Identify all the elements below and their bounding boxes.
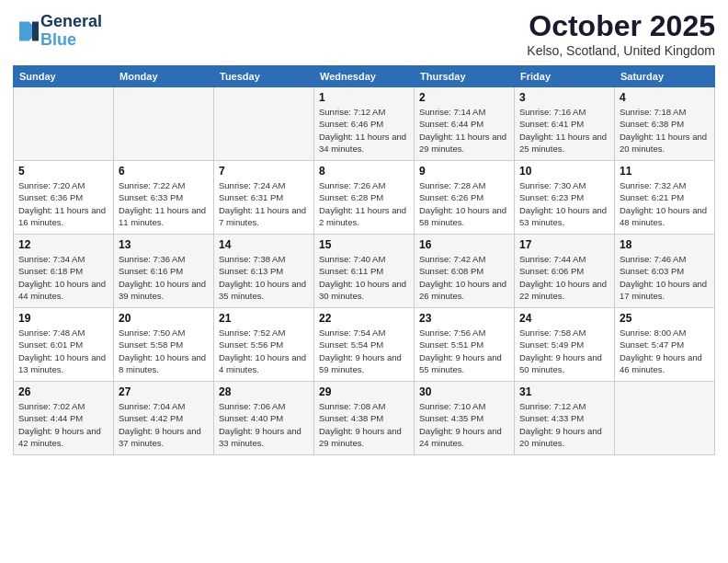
logo-line1: General — [40, 13, 102, 31]
day-info: Sunrise: 7:42 AM Sunset: 6:08 PM Dayligh… — [419, 253, 509, 302]
day-info: Sunrise: 7:30 AM Sunset: 6:23 PM Dayligh… — [519, 179, 609, 228]
day-number: 14 — [219, 238, 309, 251]
day-info: Sunrise: 7:50 AM Sunset: 5:58 PM Dayligh… — [119, 327, 209, 375]
cell-w2-d5: 9Sunrise: 7:28 AM Sunset: 6:26 PM Daylig… — [415, 161, 515, 235]
day-number: 1 — [319, 91, 409, 104]
cell-w3-d7: 18Sunrise: 7:46 AM Sunset: 6:03 PM Dayli… — [615, 235, 715, 308]
day-info: Sunrise: 7:32 AM Sunset: 6:21 PM Dayligh… — [620, 179, 710, 228]
cell-w4-d2: 20Sunrise: 7:50 AM Sunset: 5:58 PM Dayli… — [114, 308, 214, 382]
cell-w1-d7: 4Sunrise: 7:18 AM Sunset: 6:38 PM Daylig… — [615, 87, 715, 161]
day-info: Sunrise: 7:20 AM Sunset: 6:36 PM Dayligh… — [18, 179, 108, 228]
logo-line2: Blue — [40, 31, 102, 50]
day-info: Sunrise: 7:04 AM Sunset: 4:42 PM Dayligh… — [119, 400, 209, 449]
cell-w5-d1: 26Sunrise: 7:02 AM Sunset: 4:44 PM Dayli… — [14, 382, 114, 455]
cell-w5-d6: 31Sunrise: 7:12 AM Sunset: 4:33 PM Dayli… — [515, 382, 615, 455]
day-number: 2 — [419, 91, 509, 104]
day-info: Sunrise: 7:48 AM Sunset: 6:01 PM Dayligh… — [18, 327, 108, 375]
day-info: Sunrise: 7:52 AM Sunset: 5:56 PM Dayligh… — [219, 327, 309, 375]
day-info: Sunrise: 7:02 AM Sunset: 4:44 PM Dayligh… — [18, 400, 108, 449]
cell-w3-d2: 13Sunrise: 7:36 AM Sunset: 6:16 PM Dayli… — [114, 235, 214, 308]
day-number: 30 — [419, 385, 509, 398]
day-number: 20 — [119, 312, 209, 325]
day-number: 31 — [519, 385, 609, 398]
cell-w1-d1 — [14, 87, 114, 161]
cell-w3-d5: 16Sunrise: 7:42 AM Sunset: 6:08 PM Dayli… — [415, 235, 515, 308]
day-number: 22 — [319, 312, 409, 325]
svg-marker-2 — [32, 21, 39, 40]
day-number: 16 — [419, 238, 509, 251]
cell-w4-d3: 21Sunrise: 7:52 AM Sunset: 5:56 PM Dayli… — [214, 308, 314, 382]
day-info: Sunrise: 8:00 AM Sunset: 5:47 PM Dayligh… — [620, 327, 710, 375]
cell-w2-d4: 8Sunrise: 7:26 AM Sunset: 6:28 PM Daylig… — [314, 161, 415, 235]
cell-w5-d7 — [615, 382, 715, 455]
cell-w1-d5: 2Sunrise: 7:14 AM Sunset: 6:44 PM Daylig… — [415, 87, 515, 161]
day-info: Sunrise: 7:16 AM Sunset: 6:41 PM Dayligh… — [519, 106, 609, 155]
day-number: 27 — [119, 385, 209, 398]
cell-w1-d3 — [214, 87, 314, 161]
week-row-4: 19Sunrise: 7:48 AM Sunset: 6:01 PM Dayli… — [14, 308, 715, 382]
col-thursday: Thursday — [415, 66, 515, 87]
day-number: 4 — [620, 91, 710, 104]
cell-w2-d7: 11Sunrise: 7:32 AM Sunset: 6:21 PM Dayli… — [615, 161, 715, 235]
cell-w5-d2: 27Sunrise: 7:04 AM Sunset: 4:42 PM Dayli… — [114, 382, 214, 455]
day-info: Sunrise: 7:12 AM Sunset: 6:46 PM Dayligh… — [319, 106, 409, 155]
page: General Blue October 2025 Kelso, Scotlan… — [0, 0, 728, 563]
day-number: 19 — [18, 312, 108, 325]
cell-w4-d4: 22Sunrise: 7:54 AM Sunset: 5:54 PM Dayli… — [314, 308, 415, 382]
day-number: 7 — [219, 165, 309, 178]
cell-w2-d6: 10Sunrise: 7:30 AM Sunset: 6:23 PM Dayli… — [515, 161, 615, 235]
day-info: Sunrise: 7:34 AM Sunset: 6:18 PM Dayligh… — [18, 253, 108, 302]
cell-w3-d6: 17Sunrise: 7:44 AM Sunset: 6:06 PM Dayli… — [515, 235, 615, 308]
day-number: 13 — [119, 238, 209, 251]
cell-w3-d1: 12Sunrise: 7:34 AM Sunset: 6:18 PM Dayli… — [14, 235, 114, 308]
header: General Blue October 2025 Kelso, Scotlan… — [13, 9, 715, 58]
cell-w3-d4: 15Sunrise: 7:40 AM Sunset: 6:11 PM Dayli… — [314, 235, 415, 308]
day-number: 5 — [18, 165, 108, 178]
location-subtitle: Kelso, Scotland, United Kingdom — [527, 43, 715, 58]
cell-w5-d4: 29Sunrise: 7:08 AM Sunset: 4:38 PM Dayli… — [314, 382, 415, 455]
day-number: 3 — [519, 91, 609, 104]
calendar-header-row: Sunday Monday Tuesday Wednesday Thursday… — [14, 66, 715, 87]
cell-w5-d3: 28Sunrise: 7:06 AM Sunset: 4:40 PM Dayli… — [214, 382, 314, 455]
day-number: 26 — [18, 385, 108, 398]
day-info: Sunrise: 7:58 AM Sunset: 5:49 PM Dayligh… — [519, 327, 609, 375]
day-number: 12 — [18, 238, 108, 251]
title-block: October 2025 Kelso, Scotland, United Kin… — [527, 9, 715, 58]
day-number: 8 — [319, 165, 409, 178]
day-info: Sunrise: 7:12 AM Sunset: 4:33 PM Dayligh… — [519, 400, 609, 449]
day-number: 11 — [620, 165, 710, 178]
cell-w4-d5: 23Sunrise: 7:56 AM Sunset: 5:51 PM Dayli… — [415, 308, 515, 382]
week-row-1: 1Sunrise: 7:12 AM Sunset: 6:46 PM Daylig… — [14, 87, 715, 161]
cell-w1-d4: 1Sunrise: 7:12 AM Sunset: 6:46 PM Daylig… — [314, 87, 415, 161]
cell-w5-d5: 30Sunrise: 7:10 AM Sunset: 4:35 PM Dayli… — [415, 382, 515, 455]
cell-w2-d2: 6Sunrise: 7:22 AM Sunset: 6:33 PM Daylig… — [114, 161, 214, 235]
day-info: Sunrise: 7:24 AM Sunset: 6:31 PM Dayligh… — [219, 179, 309, 228]
day-info: Sunrise: 7:38 AM Sunset: 6:13 PM Dayligh… — [219, 253, 309, 302]
cell-w4-d1: 19Sunrise: 7:48 AM Sunset: 6:01 PM Dayli… — [14, 308, 114, 382]
day-info: Sunrise: 7:08 AM Sunset: 4:38 PM Dayligh… — [319, 400, 409, 449]
day-number: 25 — [620, 312, 710, 325]
day-info: Sunrise: 7:54 AM Sunset: 5:54 PM Dayligh… — [319, 327, 409, 375]
day-number: 6 — [119, 165, 209, 178]
day-info: Sunrise: 7:14 AM Sunset: 6:44 PM Dayligh… — [419, 106, 509, 155]
cell-w4-d7: 25Sunrise: 8:00 AM Sunset: 5:47 PM Dayli… — [615, 308, 715, 382]
day-number: 17 — [519, 238, 609, 251]
day-number: 28 — [219, 385, 309, 398]
day-info: Sunrise: 7:10 AM Sunset: 4:35 PM Dayligh… — [419, 400, 509, 449]
cell-w2-d3: 7Sunrise: 7:24 AM Sunset: 6:31 PM Daylig… — [214, 161, 314, 235]
day-info: Sunrise: 7:36 AM Sunset: 6:16 PM Dayligh… — [119, 253, 209, 302]
day-info: Sunrise: 7:40 AM Sunset: 6:11 PM Dayligh… — [319, 253, 409, 302]
calendar-table: Sunday Monday Tuesday Wednesday Thursday… — [13, 65, 715, 455]
day-info: Sunrise: 7:18 AM Sunset: 6:38 PM Dayligh… — [620, 106, 710, 155]
col-friday: Friday — [515, 66, 615, 87]
day-number: 24 — [519, 312, 609, 325]
day-info: Sunrise: 7:46 AM Sunset: 6:03 PM Dayligh… — [620, 253, 710, 302]
col-saturday: Saturday — [615, 66, 715, 87]
col-wednesday: Wednesday — [314, 66, 415, 87]
logo: General Blue — [13, 13, 102, 50]
logo-icon — [13, 18, 39, 44]
day-number: 29 — [319, 385, 409, 398]
day-info: Sunrise: 7:56 AM Sunset: 5:51 PM Dayligh… — [419, 327, 509, 375]
day-number: 21 — [219, 312, 309, 325]
day-info: Sunrise: 7:44 AM Sunset: 6:06 PM Dayligh… — [519, 253, 609, 302]
